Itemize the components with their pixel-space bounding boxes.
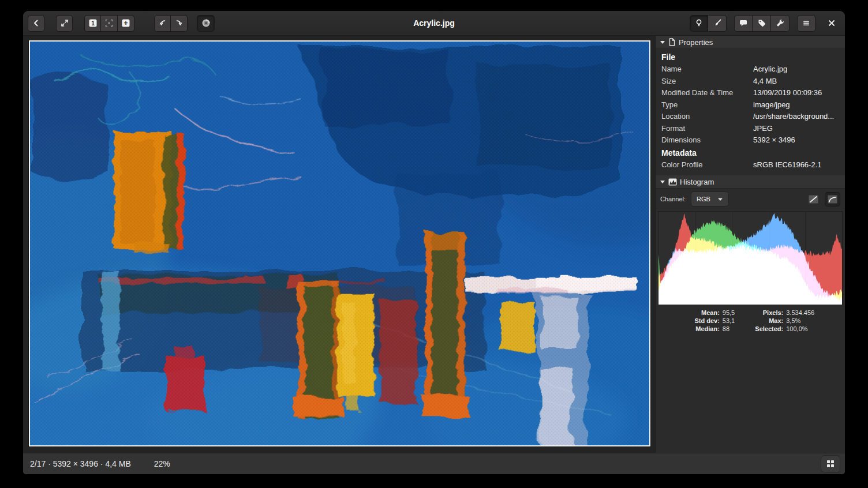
headerbar: 1 + Acrylic.jpg	[23, 11, 845, 36]
wrench-icon	[776, 18, 785, 28]
menu-button[interactable]	[797, 15, 815, 32]
channel-dropdown-value: RGB	[697, 196, 710, 202]
properties-header-label: Properties	[679, 38, 713, 47]
svg-text:+: +	[124, 19, 128, 27]
image-viewer-area[interactable]	[23, 36, 655, 453]
rotate-left-icon	[158, 18, 167, 28]
stat-mean: Mean:95,5	[686, 309, 735, 316]
thumbnail-grid-button[interactable]	[821, 455, 840, 473]
channel-dropdown[interactable]: RGB	[691, 192, 729, 207]
properties-section-header[interactable]: Properties	[656, 36, 845, 49]
property-row: FormatJPEG	[661, 123, 839, 135]
color-disc-icon	[201, 18, 211, 28]
close-x-icon	[828, 19, 836, 27]
status-position-info: 2/17 · 5392 × 3496 · 4,4 MB	[30, 459, 131, 468]
paintbrush-icon	[713, 18, 722, 28]
histogram-icon	[668, 178, 677, 186]
zoom-fit-button[interactable]	[101, 15, 118, 32]
edit-toggle-button[interactable]	[708, 15, 727, 32]
app-window: 1 + Acrylic.jpg	[23, 11, 845, 474]
rotate-left-button[interactable]	[154, 15, 171, 32]
linear-scale-icon	[809, 195, 818, 204]
expander-triangle-icon[interactable]	[660, 179, 665, 185]
property-row: Dimensions5392 × 3496	[661, 134, 839, 147]
close-window-button[interactable]	[823, 15, 840, 32]
property-row: Color ProfilesRGB IEC61966-2.1	[661, 159, 839, 171]
tags-button[interactable]	[753, 15, 771, 32]
annotation-button-group	[734, 15, 790, 32]
grid-icon	[826, 460, 835, 468]
log-scale-icon	[828, 195, 837, 204]
property-row: NameAcrylic.jpg	[661, 63, 839, 76]
property-row: Size4,4 MB	[661, 76, 839, 88]
painting-image	[30, 42, 649, 445]
fit-to-window-icon	[104, 18, 114, 28]
histogram-header-label: Histogram	[680, 178, 714, 186]
hamburger-menu-icon	[802, 18, 811, 28]
window-title: Acrylic.jpg	[413, 18, 455, 28]
linear-scale-button[interactable]	[806, 192, 821, 207]
actual-size-icon: 1	[88, 18, 98, 28]
rotate-right-button[interactable]	[171, 15, 188, 32]
zoom-actual-size-button[interactable]: 1	[84, 15, 101, 32]
status-zoom-level: 22%	[154, 459, 170, 468]
histogram-section-header[interactable]: Histogram	[656, 175, 845, 189]
metadata-section-title: Metadata	[661, 147, 839, 159]
property-row: Location/usr/share/background...	[661, 111, 839, 123]
lightbulb-icon	[694, 18, 704, 28]
tools-button[interactable]	[771, 15, 790, 32]
displayed-image[interactable]	[29, 40, 650, 446]
panel-toggle-group	[690, 15, 727, 32]
document-icon	[668, 38, 676, 46]
zoom-button-group: 1 +	[84, 15, 134, 32]
file-properties: File NameAcrylic.jpg Size4,4 MB Modified…	[656, 49, 845, 175]
scale-buttons	[806, 192, 840, 207]
rotate-button-group	[154, 15, 188, 32]
stat-pixels: Pixels:3.534.456	[747, 309, 814, 316]
rotate-right-icon	[174, 18, 184, 28]
log-scale-button[interactable]	[825, 192, 840, 207]
chevron-left-icon	[32, 18, 41, 28]
property-row: Modified Date & Time13/09/2019 00:09:36	[661, 87, 839, 99]
stat-stddev: Std dev:53,1	[686, 317, 735, 324]
comment-bubble-icon	[739, 18, 748, 28]
channel-row: Channel: RGB	[656, 189, 845, 209]
statusbar: 2/17 · 5392 × 3496 · 4,4 MB 22%	[23, 453, 845, 474]
back-button[interactable]	[28, 15, 44, 32]
stat-median: Median:88	[686, 325, 735, 332]
stat-max: Max:3,5%	[747, 317, 814, 324]
channel-label: Channel:	[660, 196, 686, 202]
svg-text:1: 1	[91, 20, 95, 27]
chevron-down-icon	[717, 197, 723, 201]
zoom-in-button[interactable]: +	[118, 15, 134, 32]
histogram-canvas	[659, 212, 842, 305]
expander-triangle-icon[interactable]	[660, 39, 665, 45]
headerbar-right	[690, 15, 840, 32]
histogram-stats: Mean:95,5 Std dev:53,1 Median:88 Pixels:…	[656, 305, 845, 337]
histogram-chart	[658, 211, 843, 305]
properties-toggle-button[interactable]	[690, 15, 708, 32]
file-section-title: File	[661, 51, 839, 63]
tag-icon	[757, 18, 766, 28]
zoom-in-icon: +	[121, 18, 130, 28]
comment-button[interactable]	[734, 15, 753, 32]
properties-sidebar: Properties File NameAcrylic.jpg Size4,4 …	[655, 36, 845, 453]
property-row: Typeimage/jpeg	[661, 99, 839, 111]
color-adjust-button[interactable]	[197, 15, 215, 32]
fullscreen-button[interactable]	[56, 15, 73, 32]
expand-diagonal-icon	[60, 18, 69, 28]
stat-selected: Selected:100,0%	[747, 325, 814, 332]
